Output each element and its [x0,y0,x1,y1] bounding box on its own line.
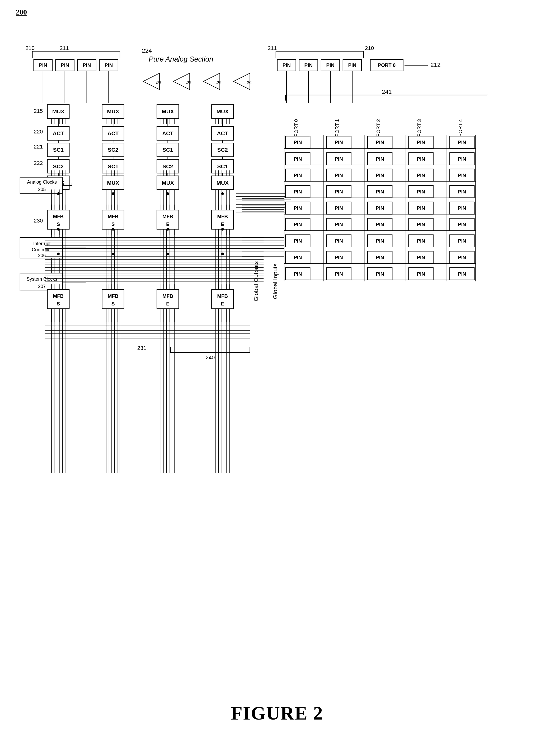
svg-text:PIN: PIN [376,140,384,145]
svg-point-407 [221,228,224,231]
svg-text:ACT: ACT [53,130,64,136]
svg-text:PIN: PIN [82,62,91,68]
svg-text:PIN: PIN [376,156,384,162]
svg-text:231: 231 [137,345,147,351]
svg-text:210: 210 [25,45,35,51]
svg-text:SC2: SC2 [108,147,118,153]
svg-text:PIN: PIN [458,271,466,276]
svg-text:PIN: PIN [417,172,425,178]
svg-text:PORT 3: PORT 3 [417,119,422,137]
svg-text:PIN: PIN [335,238,343,244]
svg-text:ACT: ACT [107,130,119,136]
svg-text:PIN: PIN [294,156,302,162]
svg-text:Controller: Controller [32,247,52,252]
svg-text:MFB: MFB [217,214,228,219]
svg-text:230: 230 [34,217,43,223]
svg-text:PIN: PIN [458,140,466,145]
svg-text:PIN: PIN [376,255,384,260]
svg-text:PIN: PIN [283,62,291,68]
svg-text:SC1: SC1 [217,163,228,169]
svg-text:PIN: PIN [294,205,302,211]
svg-text:PIN: PIN [335,255,343,260]
svg-text:PORT 1: PORT 1 [334,119,340,137]
svg-point-403 [221,192,224,195]
svg-text:PIN: PIN [376,172,384,178]
svg-text:207: 207 [38,284,46,289]
svg-text:PIN: PIN [458,172,466,178]
svg-text:Pure Analog Section: Pure Analog Section [149,55,213,63]
svg-text:System Clocks: System Clocks [27,276,58,282]
svg-text:E: E [221,301,224,306]
svg-text:PIN: PIN [417,222,425,227]
svg-text:PIN: PIN [335,189,343,195]
svg-point-402 [166,192,169,195]
svg-text:S: S [57,301,60,306]
svg-text:E: E [166,221,169,227]
svg-text:Interrupt: Interrupt [33,241,51,246]
svg-text:210: 210 [365,45,374,51]
svg-text:MUX: MUX [162,108,174,114]
svg-text:PORT 0: PORT 0 [293,119,299,137]
svg-text:PIN: PIN [294,271,302,276]
svg-text:MUX: MUX [162,180,174,186]
svg-text:SC1: SC1 [108,163,118,169]
svg-text:205: 205 [38,187,46,192]
svg-text:PIN: PIN [105,62,113,68]
svg-text:Global Inputs: Global Inputs [272,263,279,299]
svg-text:ACT: ACT [162,130,173,136]
svg-text:SC2: SC2 [162,163,173,169]
svg-text:PIN: PIN [458,156,466,162]
svg-text:S: S [57,221,60,227]
svg-text:PIN: PIN [335,271,343,276]
svg-text:pa: pa [186,80,191,85]
svg-text:SC2: SC2 [53,163,64,169]
svg-text:S: S [111,301,115,306]
svg-text:PIN: PIN [458,222,466,227]
svg-text:MUX: MUX [107,108,119,114]
svg-text:PORT 2: PORT 2 [376,119,381,137]
svg-text:MFB: MFB [53,293,64,299]
svg-text:SC2: SC2 [217,147,228,153]
svg-text:PIN: PIN [417,271,425,276]
svg-text:PIN: PIN [335,140,343,145]
svg-text:PIN: PIN [376,205,384,211]
svg-text:215: 215 [34,108,43,114]
svg-text:212: 212 [430,61,440,68]
svg-text:ACT: ACT [217,130,228,136]
svg-point-406 [166,228,169,231]
svg-text:PIN: PIN [417,189,425,195]
svg-text:PIN: PIN [294,172,302,178]
svg-text:241: 241 [382,88,392,95]
svg-text:PIN: PIN [417,140,425,145]
svg-text:PIN: PIN [417,255,425,260]
svg-text:MFB: MFB [162,293,173,299]
svg-text:PIN: PIN [294,222,302,227]
svg-text:PIN: PIN [326,62,335,68]
svg-text:PIN: PIN [61,62,69,68]
svg-text:pa: pa [216,80,221,85]
svg-text:PIN: PIN [417,156,425,162]
svg-point-400 [57,192,60,195]
svg-text:PIN: PIN [458,189,466,195]
svg-text:SC1: SC1 [162,147,173,153]
svg-text:240: 240 [206,354,215,360]
diagram-container: PIN PIN PIN PIN 210 211 PIN PIN PIN PIN [16,21,539,655]
svg-text:S: S [111,221,115,227]
svg-text:PIN: PIN [335,205,343,211]
svg-text:PIN: PIN [417,205,425,211]
svg-text:211: 211 [60,45,69,51]
svg-text:PIN: PIN [376,189,384,195]
svg-text:PIN: PIN [335,222,343,227]
svg-text:MUX: MUX [217,180,229,186]
svg-text:E: E [221,221,224,227]
svg-text:SC1: SC1 [53,147,64,153]
svg-text:PORT 4: PORT 4 [458,119,463,137]
svg-text:pa: pa [246,80,252,85]
svg-text:MFB: MFB [162,214,173,219]
svg-text:PIN: PIN [335,172,343,178]
svg-text:PIN: PIN [458,205,466,211]
svg-text:PIN: PIN [39,62,47,68]
svg-text:221: 221 [34,144,43,150]
svg-point-404 [57,228,60,231]
svg-text:PIN: PIN [348,62,356,68]
